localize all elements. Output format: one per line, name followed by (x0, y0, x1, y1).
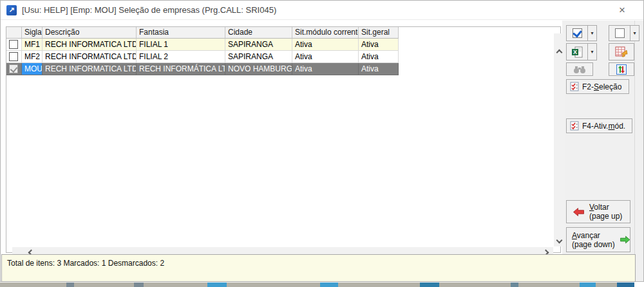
cell-descricao[interactable]: RECH INFORMATICA LTDA (43, 51, 137, 63)
voltar-label: Voltar (page up) (589, 203, 622, 221)
grid-header-row: Sigla Descrição Fantasia Cidade Sit.módu… (6, 27, 560, 39)
cell-descricao[interactable]: RECH INFORMATICA LTDA (43, 39, 137, 51)
status-bar: Total de itens: 3 Marcados: 1 Desmarcado… (1, 254, 636, 282)
close-icon[interactable]: × (615, 4, 629, 17)
svg-text:X: X (573, 49, 577, 55)
cell-sit-geral[interactable]: Ativa (359, 51, 399, 63)
mark-all-dropdown[interactable]: ▾ (588, 25, 597, 41)
header-cidade[interactable]: Cidade (225, 27, 292, 39)
row-checkbox-cell[interactable] (6, 51, 22, 63)
back-arrow-icon (573, 208, 584, 216)
cell-sigla[interactable]: MF1 (22, 39, 43, 51)
cell-fantasia[interactable]: RECH INFORMÁTICA LTDA (137, 63, 225, 75)
f4-label: F4-Ativ.mód. (582, 122, 625, 131)
cell-sit-modulo[interactable]: Ativa (292, 51, 359, 63)
header-sit-modulo[interactable]: Sit.módulo corrente (292, 27, 359, 39)
screen: ↗ [Usu: HELP] [Emp: MOU] Seleção de empr… (0, 0, 644, 287)
row-checkbox-cell[interactable] (6, 39, 22, 51)
table-row-selected[interactable]: MOU RECH INFORMATICA LTDA RECH INFORMÁTI… (6, 63, 560, 75)
mark-all-icon (573, 28, 582, 38)
cell-sit-modulo[interactable]: Ativa (292, 63, 359, 75)
sort-button[interactable] (609, 62, 634, 76)
header-descricao[interactable]: Descrição (43, 27, 137, 39)
table-row[interactable]: MF1 RECH INFORMATICA LTDA FILIAL 1 SAPIR… (6, 39, 560, 51)
avancar-label: Avançar (page down) (572, 231, 615, 249)
cell-sit-geral[interactable]: Ativa (359, 39, 399, 51)
checkbox-unchecked-icon[interactable] (9, 52, 18, 61)
header-sit-geral[interactable]: Sit.geral (359, 27, 399, 39)
header-checkbox-col[interactable] (6, 27, 22, 39)
vertical-scrollbar[interactable] (554, 33, 565, 246)
f2-label: F2-Seleção (582, 82, 621, 91)
scroll-down-icon[interactable] (556, 237, 563, 244)
export-excel-dropdown[interactable]: ▾ (588, 43, 597, 60)
avancar-button[interactable]: Avançar (page down) (566, 227, 630, 252)
unmark-all-dropdown[interactable]: ▾ (630, 25, 639, 41)
binoculars-icon (573, 65, 586, 74)
selecao-de-empresas-window: ↗ [Usu: HELP] [Emp: MOU] Seleção de empr… (0, 0, 644, 282)
cell-descricao[interactable]: RECH INFORMATICA LTDA (43, 63, 137, 75)
cell-cidade[interactable]: SAPIRANGA (225, 51, 292, 63)
excel-export-icon: X (571, 46, 583, 58)
voltar-button[interactable]: Voltar (page up) (566, 200, 630, 223)
header-sigla[interactable]: Sigla (22, 27, 43, 39)
client-area: Sigla Descrição Fantasia Cidade Sit.módu… (1, 21, 643, 281)
cell-sigla[interactable]: MF2 (22, 51, 43, 63)
f2-selecao-button[interactable]: F2-Seleção (566, 79, 629, 94)
cell-cidade[interactable]: NOVO HAMBURGO (225, 63, 292, 75)
cell-fantasia[interactable]: FILIAL 1 (137, 39, 225, 51)
f4-ativ-mod-button[interactable]: F4-Ativ.mód. (566, 118, 632, 133)
search-button[interactable] (566, 62, 593, 76)
checkbox-checked-icon[interactable] (9, 64, 18, 73)
cell-fantasia[interactable]: FILIAL 2 (137, 51, 225, 63)
header-fantasia[interactable]: Fantasia (137, 27, 225, 39)
app-logo-icon: ↗ (6, 5, 17, 15)
status-text: Total de itens: 3 Marcados: 1 Desmarcado… (7, 259, 164, 268)
checkbox-unchecked-icon[interactable] (9, 40, 18, 49)
table-row[interactable]: MF2 RECH INFORMATICA LTDA FILIAL 2 SAPIR… (6, 51, 560, 63)
mark-all-button[interactable] (566, 25, 588, 41)
background-window-sliver (0, 282, 634, 287)
unmark-all-button[interactable] (609, 25, 630, 41)
sort-arrows-icon (616, 64, 627, 75)
window-title: [Usu: HELP] [Emp: MOU] Seleção de empres… (22, 5, 276, 15)
company-grid: Sigla Descrição Fantasia Cidade Sit.módu… (6, 26, 561, 253)
unmark-all-icon (615, 28, 625, 38)
grid-options-button[interactable] (609, 43, 634, 60)
cell-cidade[interactable]: SAPIRANGA (225, 39, 292, 51)
cell-sit-modulo[interactable]: Ativa (292, 39, 359, 51)
titlebar[interactable]: ↗ [Usu: HELP] [Emp: MOU] Seleção de empr… (1, 1, 643, 20)
cell-sit-geral[interactable]: Ativa (359, 63, 399, 75)
checklist-icon (570, 82, 579, 91)
panel-divider (634, 21, 635, 281)
scroll-up-icon[interactable] (556, 50, 563, 56)
export-excel-button[interactable]: X (566, 43, 588, 60)
checklist-icon (570, 121, 579, 131)
forward-arrow-icon (620, 236, 630, 244)
grid-hand-icon (615, 46, 628, 58)
row-checkbox-cell[interactable] (6, 63, 22, 75)
cell-sigla-focused[interactable]: MOU (22, 63, 43, 75)
